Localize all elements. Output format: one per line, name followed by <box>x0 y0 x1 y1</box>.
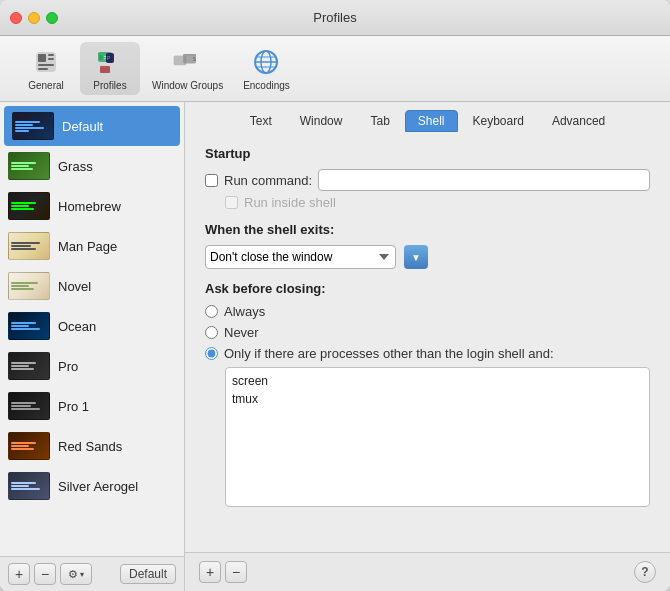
profile-list: Default Grass <box>0 102 184 556</box>
content-panel: Text Window Tab Shell Keyboard Advanced … <box>185 102 670 591</box>
run-inside-shell-checkbox[interactable] <box>225 196 238 209</box>
profile-thumbnail-silver-aerogel <box>8 472 50 500</box>
gear-menu-button[interactable]: ⚙ ▾ <box>60 563 92 585</box>
always-radio[interactable] <box>205 305 218 318</box>
profile-item-silver-aerogel[interactable]: Silver Aerogel <box>0 466 184 506</box>
shell-panel-body: Startup Run command: Run inside shell Wh… <box>185 132 670 552</box>
process-list: screen tmux <box>225 367 650 507</box>
profile-name-pro1: Pro 1 <box>58 399 89 414</box>
profile-item-default[interactable]: Default <box>4 106 180 146</box>
remove-profile-button[interactable]: − <box>34 563 56 585</box>
profile-thumbnail-homebrew <box>8 192 50 220</box>
only-if-label: Only if there are processes other than t… <box>224 346 554 361</box>
general-icon <box>30 46 62 78</box>
startup-section-title: Startup <box>205 146 650 161</box>
panel-bottom-bar: + − ? <box>185 552 670 591</box>
ask-before-closing-title: Ask before closing: <box>205 281 650 296</box>
toolbar-window-groups[interactable]: S Window Groups <box>144 42 231 95</box>
toolbar-encodings[interactable]: Encodings <box>235 42 298 95</box>
titlebar: Profiles <box>0 0 670 36</box>
maximize-button[interactable] <box>46 12 58 24</box>
add-process-button[interactable]: + <box>199 561 221 583</box>
process-item-tmux[interactable]: tmux <box>232 390 643 408</box>
run-inside-shell-label: Run inside shell <box>244 195 336 210</box>
profile-thumbnail-default <box>12 112 54 140</box>
chevron-down-icon: ▾ <box>80 570 84 579</box>
profile-item-novel[interactable]: Novel <box>0 266 184 306</box>
run-command-label: Run command: <box>224 173 312 188</box>
profile-thumbnail-grass <box>8 152 50 180</box>
only-if-radio-row: Only if there are processes other than t… <box>205 346 650 361</box>
run-command-row: Run command: <box>205 169 650 191</box>
profile-thumbnail-novel <box>8 272 50 300</box>
profile-thumbnail-man-page <box>8 232 50 260</box>
window-groups-icon: S <box>172 46 204 78</box>
toolbar-general[interactable]: General <box>16 42 76 95</box>
profile-name-pro: Pro <box>58 359 78 374</box>
profile-item-grass[interactable]: Grass <box>0 146 184 186</box>
shell-exit-dropdown-row: Don't close the window Close if the shel… <box>205 245 650 269</box>
tab-advanced[interactable]: Advanced <box>539 110 618 132</box>
encodings-icon <box>250 46 282 78</box>
profile-item-man-page[interactable]: Man Page <box>0 226 184 266</box>
main-window: Profiles General <box>0 0 670 591</box>
close-button[interactable] <box>10 12 22 24</box>
tab-tab[interactable]: Tab <box>357 110 402 132</box>
svg-rect-18 <box>183 54 196 56</box>
run-command-input[interactable] <box>318 169 650 191</box>
process-item-screen[interactable]: screen <box>232 372 643 390</box>
profile-item-homebrew[interactable]: Homebrew <box>0 186 184 226</box>
always-radio-row: Always <box>205 304 650 319</box>
add-profile-button[interactable]: + <box>8 563 30 585</box>
help-button[interactable]: ? <box>634 561 656 583</box>
profile-name-silver-aerogel: Silver Aerogel <box>58 479 138 494</box>
shell-exit-select[interactable]: Don't close the window Close if the shel… <box>205 245 396 269</box>
profile-name-red-sands: Red Sands <box>58 439 122 454</box>
run-inside-shell-row: Run inside shell <box>225 195 650 210</box>
gear-icon: ⚙ <box>68 568 78 581</box>
svg-text:S: S <box>192 57 195 62</box>
profile-item-pro1[interactable]: Pro 1 <box>0 386 184 426</box>
sidebar: Default Grass <box>0 102 185 591</box>
svg-rect-1 <box>38 54 46 62</box>
never-label: Never <box>224 325 259 340</box>
never-radio-row: Never <box>205 325 650 340</box>
profiles-icon: P <box>94 46 126 78</box>
tab-text[interactable]: Text <box>237 110 285 132</box>
profile-item-red-sands[interactable]: Red Sands <box>0 426 184 466</box>
profile-thumbnail-red-sands <box>8 432 50 460</box>
profile-thumbnail-ocean <box>8 312 50 340</box>
toolbar-profiles[interactable]: P Profiles <box>80 42 140 95</box>
svg-rect-3 <box>48 58 54 60</box>
profile-name-homebrew: Homebrew <box>58 199 121 214</box>
never-radio[interactable] <box>205 326 218 339</box>
tab-shell[interactable]: Shell <box>405 110 458 132</box>
profile-name-novel: Novel <box>58 279 91 294</box>
profile-thumbnail-pro <box>8 352 50 380</box>
set-default-button[interactable]: Default <box>120 564 176 584</box>
svg-rect-2 <box>48 54 54 56</box>
tab-window[interactable]: Window <box>287 110 356 132</box>
encodings-label: Encodings <box>243 80 290 91</box>
tabs-bar: Text Window Tab Shell Keyboard Advanced <box>185 102 670 132</box>
general-label: General <box>28 80 64 91</box>
window-groups-label: Window Groups <box>152 80 223 91</box>
profile-name-man-page: Man Page <box>58 239 117 254</box>
toolbar: General P Profiles <box>0 36 670 102</box>
only-if-radio[interactable] <box>205 347 218 360</box>
run-command-checkbox[interactable] <box>205 174 218 187</box>
remove-process-button[interactable]: − <box>225 561 247 583</box>
dropdown-arrow-icon[interactable]: ▼ <box>404 245 428 269</box>
svg-rect-4 <box>38 64 54 66</box>
traffic-lights <box>10 12 58 24</box>
svg-rect-8 <box>99 55 103 60</box>
profile-name-grass: Grass <box>58 159 93 174</box>
profile-item-ocean[interactable]: Ocean <box>0 306 184 346</box>
tab-keyboard[interactable]: Keyboard <box>460 110 537 132</box>
always-label: Always <box>224 304 265 319</box>
minimize-button[interactable] <box>28 12 40 24</box>
svg-rect-15 <box>100 67 110 68</box>
window-title: Profiles <box>313 10 356 25</box>
when-shell-exits-title: When the shell exits: <box>205 222 650 237</box>
profile-item-pro[interactable]: Pro <box>0 346 184 386</box>
